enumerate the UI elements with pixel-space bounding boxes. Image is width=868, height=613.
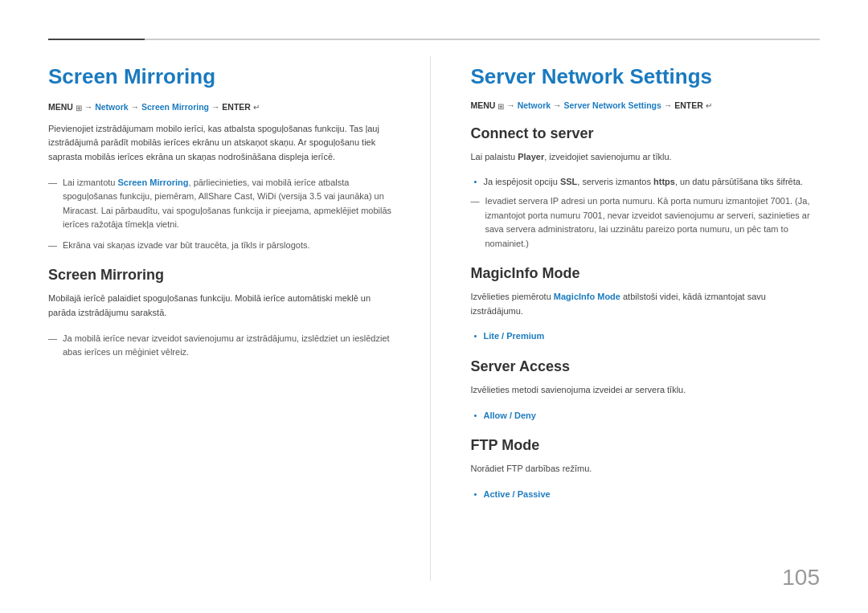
right-column: Server Network Settings MENU ⊞ → Network… <box>431 56 821 581</box>
connect-to-server-dash-notes: Ievadiet servera IP adresi un porta numu… <box>471 194 821 251</box>
magicinfo-mode-title: MagicInfo Mode <box>471 265 821 282</box>
left-note-2: Ekrāna vai skaņas izvade var būt traucēt… <box>48 239 398 253</box>
ftp-active-passive: Active / Passive <box>471 488 821 502</box>
magicinfo-mode-body: Izvēlieties piemērotu MagicInfo Mode atb… <box>471 290 821 318</box>
server-access-body: Izvēlieties metodi savienojuma izveidei … <box>471 383 821 398</box>
connect-dash-note-1: Ievadiet servera IP adresi un porta numu… <box>471 194 821 251</box>
left-section-title: Screen Mirroring <box>48 64 398 89</box>
ftp-mode-title: FTP Mode <box>471 437 821 454</box>
connect-to-server-title: Connect to server <box>471 125 821 142</box>
left-notes: Lai izmantotu Screen Mirroring, pārlieci… <box>48 176 398 253</box>
ftp-mode-options: Active / Passive <box>471 488 821 502</box>
right-section-title: Server Network Settings <box>471 64 821 89</box>
left-subsection-notes: Ja mobilā ierīce nevar izveidot savienoj… <box>48 332 398 360</box>
connect-to-server-body: Lai palaistu Player, izveidojiet savieno… <box>471 150 821 165</box>
left-intro-text: Pievienojiet izstrādājumam mobilo ierīci… <box>48 122 398 165</box>
left-note-1: Lai izmantotu Screen Mirroring, pārlieci… <box>48 176 398 232</box>
server-access-options: Allow / Deny <box>471 409 821 423</box>
connect-to-server-notes: Ja iespējosit opciju SSL, serveris izman… <box>471 175 821 190</box>
left-subsection-title: Screen Mirroring <box>48 267 398 284</box>
left-menu-path: MENU ⊞ → Network → Screen Mirroring → EN… <box>48 102 398 112</box>
connect-note-1: Ja iespējosit opciju SSL, serveris izman… <box>471 175 821 190</box>
page-number: 105 <box>782 565 820 591</box>
magicinfo-lite-premium: Lite / Premium <box>471 329 821 344</box>
right-menu-path: MENU ⊞ → Network → Server Network Settin… <box>471 100 821 111</box>
left-subsection-note-1: Ja mobilā ierīce nevar izveidot savienoj… <box>48 332 398 360</box>
left-subsection-body: Mobilajā ierīcē palaidiet spoguļošanas f… <box>48 292 398 320</box>
top-rule-accent <box>48 39 145 40</box>
magicinfo-mode-options: Lite / Premium <box>471 329 821 344</box>
left-column: Screen Mirroring MENU ⊞ → Network → Scre… <box>48 56 431 581</box>
server-access-allow-deny: Allow / Deny <box>471 409 821 423</box>
server-access-title: Server Access <box>471 358 821 375</box>
ftp-mode-body: Norādiet FTP darbības režīmu. <box>471 462 821 476</box>
top-rule <box>48 39 820 40</box>
